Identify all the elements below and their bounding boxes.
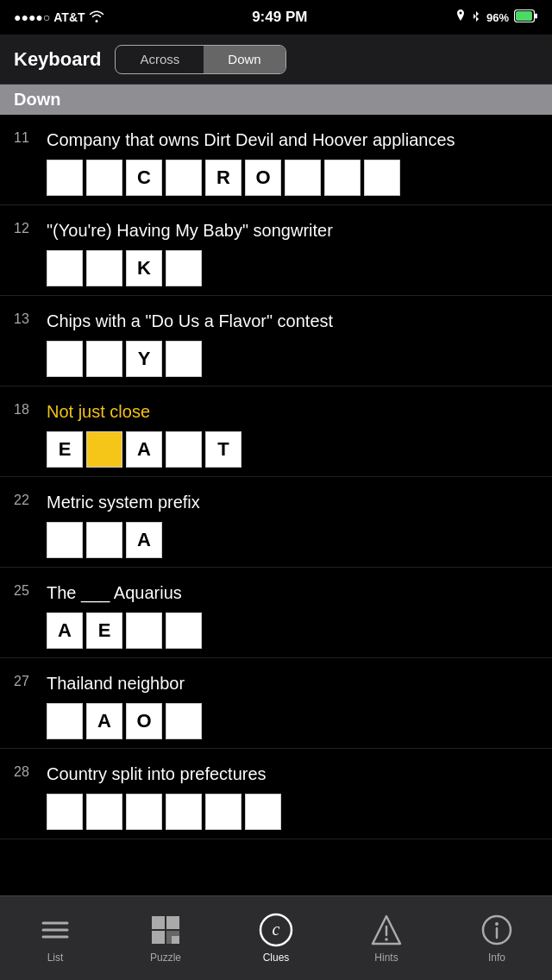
clue-number: 18 — [14, 400, 40, 418]
puzzle-icon — [148, 913, 183, 947]
tab-bar: List Puzzle c Clues — [0, 895, 552, 980]
letter-box[interactable] — [86, 250, 122, 286]
clue-number: 12 — [14, 219, 40, 236]
clue-item[interactable]: 22Metric system prefixA — [0, 477, 552, 568]
letter-box[interactable] — [47, 160, 83, 196]
letter-box[interactable]: O — [245, 160, 281, 196]
letter-box[interactable] — [86, 341, 122, 377]
letter-box[interactable] — [47, 341, 83, 377]
letter-box[interactable] — [166, 703, 202, 739]
letter-box[interactable]: E — [86, 612, 122, 649]
clue-number: 27 — [14, 672, 40, 689]
clue-item[interactable]: 18Not just closeEAT — [0, 386, 552, 477]
letter-box[interactable]: E — [47, 431, 83, 468]
letter-box[interactable] — [245, 794, 281, 830]
letter-box[interactable] — [126, 794, 162, 830]
svg-rect-7 — [166, 916, 179, 929]
nav-bar: Keyboard Across Down — [0, 35, 552, 85]
letter-box[interactable] — [166, 431, 202, 468]
tab-list[interactable]: List — [0, 913, 110, 964]
tab-puzzle-label: Puzzle — [150, 952, 181, 964]
tab-info[interactable]: Info — [442, 913, 552, 964]
letter-box[interactable]: A — [47, 612, 83, 649]
letter-box[interactable] — [86, 160, 122, 196]
tab-puzzle[interactable]: Puzzle — [110, 913, 221, 964]
letter-box[interactable]: T — [205, 431, 242, 468]
letter-box[interactable] — [166, 160, 202, 196]
letter-box[interactable]: A — [126, 522, 162, 558]
list-icon — [38, 913, 72, 947]
svg-rect-6 — [152, 916, 165, 929]
battery-icon — [514, 9, 538, 25]
letter-box[interactable] — [166, 341, 202, 377]
letter-box[interactable] — [47, 703, 83, 739]
clue-item[interactable]: 12"(You're) Having My Baby" songwriterK — [0, 205, 552, 296]
letter-box[interactable] — [364, 160, 400, 196]
clue-item[interactable]: 27Thailand neighborAO — [0, 658, 552, 749]
svg-rect-10 — [172, 936, 179, 944]
svg-rect-2 — [535, 14, 537, 19]
letter-box[interactable]: R — [205, 160, 242, 196]
location-icon — [455, 9, 466, 26]
letter-box[interactable] — [86, 794, 122, 830]
clues-icon: c — [259, 913, 293, 947]
clue-text: The ___ Aquarius — [47, 581, 182, 604]
letter-boxes — [47, 794, 538, 830]
letter-box[interactable] — [47, 250, 83, 286]
letter-box[interactable] — [324, 160, 361, 196]
battery-percent: 96% — [486, 11, 509, 24]
clue-text: Thailand neighbor — [47, 672, 185, 694]
letter-box[interactable] — [166, 250, 202, 286]
seg-across[interactable]: Across — [116, 46, 204, 73]
clue-item[interactable]: 28Country split into prefectures — [0, 749, 552, 839]
letter-box[interactable] — [166, 612, 202, 649]
letter-box[interactable]: C — [126, 160, 162, 196]
tab-clues-label: Clues — [263, 952, 290, 964]
letter-box[interactable] — [126, 612, 162, 649]
letter-box[interactable] — [47, 794, 83, 830]
letter-box[interactable] — [86, 431, 122, 468]
letter-box[interactable] — [166, 794, 202, 830]
letter-boxes: Y — [47, 341, 538, 377]
clue-item[interactable]: 11Company that owns Dirt Devil and Hoove… — [0, 115, 552, 205]
clue-text: "(You're) Having My Baby" songwriter — [47, 219, 333, 242]
section-header-text: Down — [14, 90, 60, 109]
letter-boxes: AO — [47, 703, 538, 739]
tab-hints[interactable]: Hints — [331, 913, 442, 964]
wifi-icon — [89, 10, 104, 25]
letter-box[interactable] — [205, 794, 242, 830]
letter-box[interactable]: O — [126, 703, 162, 739]
letter-box[interactable] — [86, 522, 122, 558]
clue-text: Company that owns Dirt Devil and Hoover … — [47, 129, 455, 151]
letter-box[interactable]: A — [86, 703, 122, 739]
seg-down[interactable]: Down — [204, 46, 285, 73]
clue-number: 13 — [14, 310, 40, 327]
clue-list: 11Company that owns Dirt Devil and Hoove… — [0, 115, 552, 926]
clue-text: Chips with a "Do Us a Flavor" contest — [47, 310, 333, 332]
letter-box[interactable] — [47, 522, 83, 558]
letter-box[interactable] — [285, 160, 321, 196]
status-time: 9:49 PM — [252, 9, 307, 26]
letter-box[interactable]: A — [126, 431, 162, 468]
clue-number: 28 — [14, 763, 40, 780]
letter-boxes: EAT — [47, 431, 538, 468]
seg-control[interactable]: Across Down — [115, 45, 285, 74]
svg-text:c: c — [273, 920, 280, 939]
letter-boxes: CRO — [47, 160, 538, 196]
clue-number: 11 — [14, 129, 40, 146]
clue-item[interactable]: 25The ___ AquariusAE — [0, 568, 552, 658]
tab-info-label: Info — [488, 952, 505, 964]
svg-point-15 — [385, 938, 388, 941]
letter-box[interactable]: K — [126, 250, 162, 286]
clue-text: Not just close — [47, 400, 150, 423]
status-bar: ●●●●○ AT&T 9:49 PM 96% — [0, 0, 552, 35]
letter-box[interactable]: Y — [126, 341, 162, 377]
svg-rect-8 — [152, 931, 165, 944]
letter-boxes: AE — [47, 612, 538, 649]
clue-item[interactable]: 13Chips with a "Do Us a Flavor" contestY — [0, 296, 552, 386]
carrier: AT&T — [53, 10, 85, 24]
letter-boxes: K — [47, 250, 538, 286]
nav-title: Keyboard — [14, 48, 101, 71]
signal-dots: ●●●●○ — [14, 10, 50, 24]
tab-clues[interactable]: c Clues — [221, 913, 331, 964]
